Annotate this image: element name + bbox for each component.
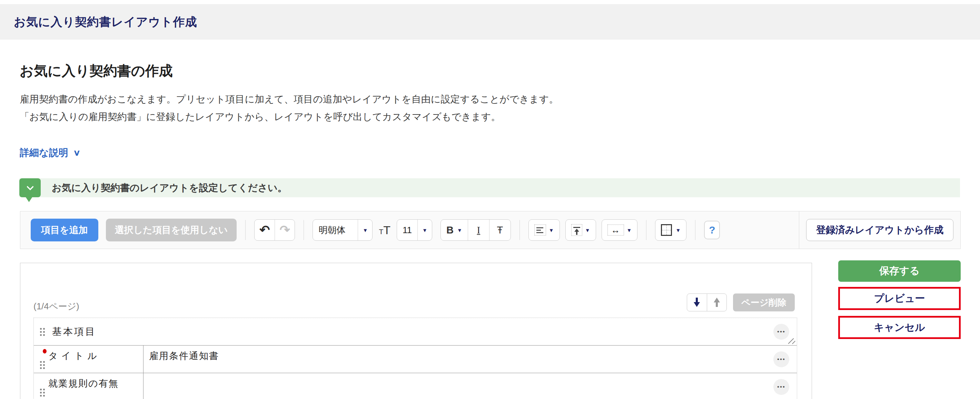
section-header-row[interactable]: 基本項目 ••• <box>34 318 797 345</box>
row-label-cell[interactable]: タイトル <box>34 345 143 373</box>
font-size-icon[interactable]: TT <box>379 224 390 237</box>
arrow-up-icon <box>713 297 720 307</box>
drag-handle-icon[interactable] <box>39 360 45 369</box>
row-value-cell[interactable]: 雇用条件通知書 <box>143 345 797 373</box>
text-style-group: B ▼ I Ŧ <box>441 219 511 241</box>
toolbar-right-section: 登録済みレイアウトから作成 <box>799 211 960 249</box>
page-description-line2: 「お気に入りの雇用契約書」に登録したレイアウトから、レイアウトを呼び出してカスタ… <box>20 108 501 126</box>
border-style-button[interactable]: ▼ <box>655 219 686 241</box>
bold-button[interactable]: B ▼ <box>441 220 468 240</box>
underline-button[interactable]: I <box>468 220 489 240</box>
table-row[interactable]: タイトル 雇用条件通知書 ••• <box>34 345 797 373</box>
create-from-saved-layout-button[interactable]: 登録済みレイアウトから作成 <box>806 219 953 241</box>
add-item-button[interactable]: 項目を追加 <box>31 219 98 242</box>
drag-handle-icon[interactable] <box>39 327 45 336</box>
move-page-down-button[interactable] <box>687 294 707 311</box>
border-icon <box>661 224 672 236</box>
drag-handle-icon[interactable] <box>39 388 45 397</box>
page-move-group <box>687 294 727 312</box>
app-header: お気に入り契約書レイアウト作成 <box>0 4 980 40</box>
toolbar-divider <box>646 220 646 240</box>
preview-button-highlight: プレビュー <box>838 287 961 310</box>
details-link[interactable]: 詳細な説明 ∨ <box>20 146 80 159</box>
font-size-caret[interactable]: ▼ <box>417 220 432 240</box>
cancel-button[interactable]: キャンセル <box>840 318 959 337</box>
underline-icon: I <box>477 224 480 236</box>
section-title: 基本項目 <box>52 325 96 338</box>
font-size-value: 11 <box>397 220 417 240</box>
arrow-down-icon <box>694 297 700 307</box>
caret-down-icon: ▼ <box>363 227 368 233</box>
toolbar-divider <box>245 220 246 240</box>
page-region: 基本項目 ••• タイトル 雇用条件通知書 ••• 就業規則の有無 <box>33 318 797 399</box>
help-button[interactable]: ? <box>704 221 720 239</box>
page-indicator: (1/4ページ) <box>33 300 80 312</box>
caret-down-icon: ▼ <box>627 227 632 233</box>
more-options-button[interactable]: ••• <box>773 351 789 367</box>
resize-handle-icon[interactable] <box>786 337 795 345</box>
page-title: お気に入り契約書の作成 <box>20 61 173 80</box>
caret-down-icon: ▼ <box>422 227 427 233</box>
vertical-align-top-icon <box>571 224 582 236</box>
chevron-down-icon <box>26 183 33 190</box>
editor-toolbar: 項目を追加 選択した項目を使用しない ↶ ↷ 明朝体 ▼ TT 11 ▼ B ▼… <box>20 211 961 249</box>
strikethrough-button[interactable]: Ŧ <box>489 220 511 240</box>
redo-icon: ↷ <box>280 223 290 237</box>
row-label: 就業規則の有無 <box>48 378 119 389</box>
caret-down-icon: ▼ <box>549 227 554 233</box>
caret-down-icon: ▼ <box>585 227 590 233</box>
text-align-button[interactable]: ▼ <box>528 219 560 241</box>
cancel-button-highlight: キャンセル <box>838 316 961 339</box>
cell-width-button[interactable]: ↔ ▼ <box>601 219 638 241</box>
undo-button[interactable]: ↶ <box>255 220 275 240</box>
notice-message: お気に入り契約書のレイアウトを設定してください。 <box>52 181 287 194</box>
toolbar-divider <box>304 220 304 240</box>
vertical-align-button[interactable]: ▼ <box>565 219 596 241</box>
strikethrough-icon: Ŧ <box>497 224 503 236</box>
redo-button[interactable]: ↷ <box>275 220 294 240</box>
caret-down-icon: ▼ <box>675 227 681 233</box>
more-options-button[interactable]: ••• <box>773 379 789 395</box>
font-family-caret[interactable]: ▼ <box>358 220 372 240</box>
font-family-select[interactable]: 明朝体 ▼ <box>312 219 372 241</box>
details-link-label: 詳細な説明 <box>20 146 68 159</box>
chevron-down-icon: ∨ <box>73 148 80 157</box>
required-dot-icon <box>43 349 46 353</box>
caret-down-icon: ▼ <box>457 227 462 233</box>
row-label-cell[interactable]: 就業規則の有無 <box>34 373 143 399</box>
page-description-line1: 雇用契約書の作成がおこなえます。プリセット項目に加えて、項目の追加やレイアウトを… <box>20 91 558 108</box>
notice-bar: お気に入り契約書のレイアウトを設定してください。 <box>19 178 960 197</box>
page-controls: ページ削除 <box>687 294 795 312</box>
align-left-icon <box>535 224 546 235</box>
horizontal-width-icon: ↔ <box>608 224 624 235</box>
row-value-cell[interactable] <box>143 373 797 399</box>
font-size-select[interactable]: 11 ▼ <box>397 219 432 241</box>
row-label: タイトル <box>48 351 100 361</box>
unuse-selected-button[interactable]: 選択した項目を使用しない <box>106 219 237 242</box>
move-page-up-button[interactable] <box>707 294 727 311</box>
bold-icon: B <box>446 224 453 236</box>
layout-editor-card: (1/4ページ) ページ削除 基本項目 ••• タイトル <box>20 263 812 399</box>
table-row[interactable]: 就業規則の有無 ••• <box>34 373 797 399</box>
layout-table: タイトル 雇用条件通知書 ••• 就業規則の有無 ••• <box>34 345 797 399</box>
toolbar-divider <box>695 220 695 240</box>
save-button[interactable]: 保存する <box>838 261 961 282</box>
undo-icon: ↶ <box>259 223 270 237</box>
undo-redo-group: ↶ ↷ <box>254 219 295 241</box>
font-family-value: 明朝体 <box>313 220 358 240</box>
app-header-title: お気に入り契約書レイアウト作成 <box>14 14 197 30</box>
preview-button[interactable]: プレビュー <box>840 289 959 308</box>
delete-page-button[interactable]: ページ削除 <box>733 294 795 312</box>
notice-badge[interactable] <box>19 178 41 197</box>
